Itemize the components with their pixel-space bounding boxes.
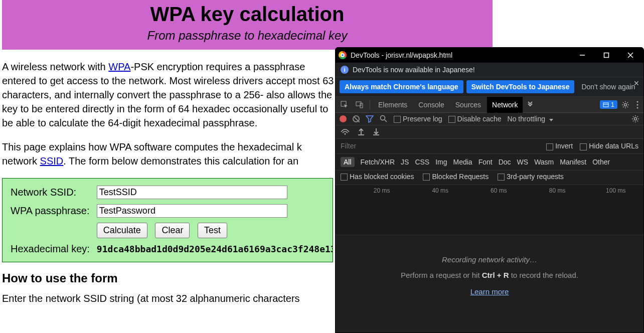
langbar-close-icon[interactable]: ✕ (633, 79, 639, 87)
hint-text: Perform a request or hit Ctrl + R to rec… (346, 271, 633, 279)
type-css[interactable]: CSS (415, 158, 429, 166)
svg-point-9 (624, 103, 627, 106)
devtools-tabstrip: Elements Console Sources Network 1 (336, 97, 643, 113)
tab-console[interactable]: Console (413, 97, 449, 113)
ssid-link[interactable]: SSID (40, 155, 64, 166)
network-timeline[interactable]: 20 ms 40 ms 60 ms 80 ms 100 ms (336, 185, 643, 235)
ssid-label: Network SSID: (8, 184, 93, 201)
issues-badge[interactable]: 1 (600, 100, 617, 109)
network-settings-icon[interactable] (631, 115, 639, 123)
devtools-langbar: Always match Chrome's language Switch De… (336, 77, 643, 97)
type-wasm[interactable]: Wasm (534, 158, 554, 166)
svg-line-14 (385, 120, 387, 122)
device-toggle-icon[interactable] (353, 97, 367, 113)
intro-paragraph-1: A wireless network with WPA-PSK encrypti… (2, 60, 334, 130)
import-har-icon[interactable] (358, 127, 365, 135)
info-icon: i (341, 66, 349, 74)
record-icon[interactable] (340, 115, 347, 122)
type-media[interactable]: Media (453, 158, 472, 166)
test-button[interactable]: Test (198, 223, 227, 238)
svg-point-13 (381, 116, 385, 120)
maximize-button[interactable] (596, 48, 616, 63)
type-ws[interactable]: WS (517, 158, 529, 166)
howto-heading: How to use the form (2, 271, 334, 285)
switch-japanese-button[interactable]: Switch DevTools to Japanese (466, 80, 575, 93)
tab-network[interactable]: Network (487, 97, 523, 113)
learn-more-link[interactable]: Learn more (470, 287, 509, 296)
page-subtitle: From passphrase to hexadecimal key (2, 29, 493, 43)
resource-type-filter: All Fetch/XHR JS CSS Img Media Font Doc … (336, 154, 643, 171)
preserve-log-checkbox[interactable]: Preserve log (394, 115, 442, 123)
blocked-cookies-checkbox[interactable]: Has blocked cookies (341, 173, 414, 181)
devtools-infobar: i DevTools is now available in Japanese! (336, 63, 643, 77)
network-empty-state: Recording network activity… Perform a re… (336, 235, 643, 296)
network-toolbar-2 (336, 125, 643, 139)
page-content: A wireless network with WPA-PSK encrypti… (0, 60, 336, 305)
extra-filters: Has blocked cookies Blocked Requests 3rd… (336, 171, 643, 185)
svg-point-10 (637, 101, 638, 102)
type-js[interactable]: JS (401, 158, 409, 166)
filter-input[interactable] (341, 142, 431, 150)
network-filterbar: Invert Hide data URLs (336, 139, 643, 153)
third-party-checkbox[interactable]: 3rd-party requests (498, 173, 564, 181)
type-img[interactable]: Img (435, 158, 447, 166)
close-button[interactable] (620, 48, 640, 63)
minimize-button[interactable] (572, 48, 592, 63)
passphrase-input[interactable] (97, 204, 287, 218)
hide-data-urls-checkbox[interactable]: Hide data URLs (580, 142, 638, 150)
type-fetchxhr[interactable]: Fetch/XHR (361, 158, 395, 166)
timeline-tick: 100 ms (606, 187, 625, 194)
kebab-icon[interactable] (633, 97, 641, 113)
type-other[interactable]: Other (592, 158, 610, 166)
tab-elements[interactable]: Elements (373, 97, 412, 113)
timeline-tick: 40 ms (432, 187, 448, 194)
inspect-icon[interactable] (338, 97, 352, 113)
ssid-input[interactable] (97, 186, 287, 199)
network-toolbar: Preserve log Disable cache No throttling (336, 113, 643, 125)
calculate-button[interactable]: Calculate (97, 223, 147, 238)
devtools-window: DevTools - jorisvr.nl/wpapsk.html i DevT… (335, 47, 644, 333)
recording-text: Recording network activity… (346, 255, 633, 264)
intro-paragraph-2: This page explains how WPA software comp… (2, 140, 334, 168)
settings-icon[interactable] (618, 97, 632, 113)
svg-point-11 (637, 104, 638, 105)
network-conditions-icon[interactable] (341, 128, 350, 135)
tab-sources[interactable]: Sources (450, 97, 486, 113)
timeline-tick: 60 ms (491, 187, 507, 194)
chrome-icon (339, 51, 347, 59)
devtools-titlebar[interactable]: DevTools - jorisvr.nl/wpapsk.html (336, 48, 643, 63)
type-all[interactable]: All (341, 157, 355, 167)
wpa-form: Network SSID: WPA passphrase: Calculate … (2, 178, 333, 262)
svg-rect-1 (604, 53, 609, 58)
blocked-requests-checkbox[interactable]: Blocked Requests (423, 173, 489, 181)
info-text: DevTools is now available in Japanese! (353, 66, 475, 74)
timeline-tick: 20 ms (374, 187, 390, 194)
timeline-tick: 80 ms (549, 187, 566, 194)
invert-checkbox[interactable]: Invert (546, 142, 573, 150)
hexkey-label: Hexadecimal key: (8, 241, 93, 257)
type-font[interactable]: Font (478, 158, 493, 166)
type-doc[interactable]: Doc (499, 158, 511, 166)
issues-icon (603, 102, 609, 108)
type-manifest[interactable]: Manifest (560, 158, 586, 166)
throttling-select[interactable]: No throttling (508, 115, 553, 123)
svg-point-12 (637, 107, 638, 108)
svg-rect-7 (603, 103, 608, 107)
page-banner: WPA key calculation From passphrase to h… (2, 0, 493, 50)
dont-show-again-button[interactable]: Don't show again (577, 80, 639, 93)
howto-paragraph: Enter the network SSID string (at most 3… (2, 291, 334, 305)
clear-icon[interactable] (353, 115, 360, 122)
export-har-icon[interactable] (373, 127, 380, 135)
hexkey-value: 91dca48bbad1d0d9d205e24d61a6169a3cac3f24… (94, 241, 333, 257)
wpa-link[interactable]: WPA (108, 61, 130, 72)
devtools-title: DevTools - jorisvr.nl/wpapsk.html (351, 51, 568, 59)
more-tabs-icon[interactable] (524, 97, 537, 113)
chevron-down-icon (549, 119, 553, 121)
filter-icon[interactable] (366, 115, 374, 123)
svg-point-16 (345, 133, 346, 135)
passphrase-label: WPA passphrase: (8, 202, 93, 220)
clear-button[interactable]: Clear (155, 223, 190, 238)
search-icon[interactable] (380, 115, 388, 123)
match-language-button[interactable]: Always match Chrome's language (340, 80, 463, 93)
disable-cache-checkbox[interactable]: Disable cache (448, 115, 502, 123)
